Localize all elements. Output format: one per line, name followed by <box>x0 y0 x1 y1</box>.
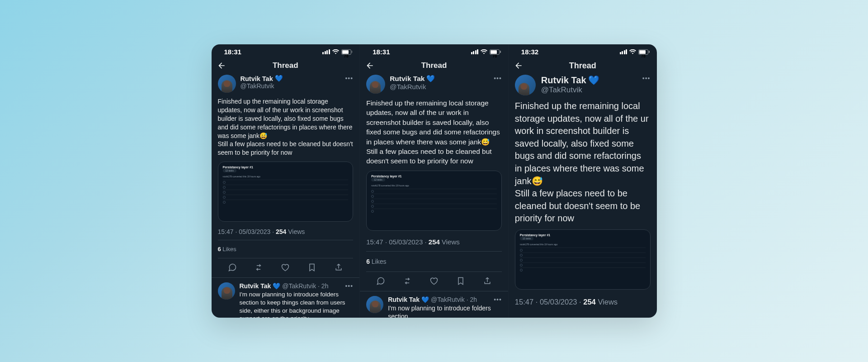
tweet-meta: 15:47 · 05/03/2023 · 254 Views <box>366 238 502 246</box>
battery-icon: 78 <box>638 49 650 55</box>
clock: 18:31 <box>373 48 390 56</box>
tweet-media[interactable]: Persistancy layer #1 12 tasks rutvik178 … <box>218 162 354 222</box>
more-icon[interactable]: ••• <box>494 75 502 82</box>
more-icon[interactable]: ••• <box>345 282 353 290</box>
tweet-meta: 15:47 · 05/03/2023 · 254 Views <box>515 298 651 306</box>
more-icon[interactable]: ••• <box>494 296 502 303</box>
clock: 18:31 <box>224 48 241 56</box>
cellular-icon <box>322 49 330 54</box>
bookmark-icon[interactable] <box>456 276 465 286</box>
like-icon[interactable] <box>281 263 290 272</box>
heart-emoji: 💙 <box>588 75 599 86</box>
share-icon[interactable] <box>334 263 343 272</box>
avatar[interactable] <box>366 296 383 313</box>
battery-icon: 78 <box>341 49 353 55</box>
screenshot-large: 18:32 78 Thread Rutvik Tak 💙 <box>508 44 657 318</box>
status-bar: 18:31 78 <box>212 44 360 57</box>
back-icon[interactable] <box>217 61 226 70</box>
reply-icon[interactable] <box>228 263 237 272</box>
screenshot-small: 18:31 78 Thread Rutvik Tak 💙 <box>212 44 360 318</box>
page-title: Thread <box>212 61 360 70</box>
status-bar: 18:32 78 <box>509 44 657 57</box>
avatar[interactable] <box>218 282 235 300</box>
likes-count[interactable]: 6 Likes <box>218 240 354 258</box>
author-name[interactable]: Rutvik Tak <box>541 75 586 86</box>
like-icon[interactable] <box>429 276 439 286</box>
share-icon[interactable] <box>483 276 492 286</box>
heart-emoji: 💙 <box>421 296 429 303</box>
clock: 18:32 <box>521 48 538 56</box>
screenshot-medium: 18:31 78 Thread Rutvik Tak 💙 <box>359 44 508 318</box>
reply-icon[interactable] <box>376 276 385 286</box>
tweet-meta: 15:47 · 05/03/2023 · 254 Views <box>218 228 354 235</box>
page-title: Thread <box>360 61 508 70</box>
author-name[interactable]: Rutvik Tak <box>241 75 273 82</box>
avatar[interactable] <box>515 75 536 95</box>
battery-icon: 78 <box>490 49 501 55</box>
main-tweet[interactable]: Rutvik Tak 💙 @TakRutvik ••• Finished up … <box>212 75 360 277</box>
screenshot-comparison: 18:31 78 Thread Rutvik Tak 💙 <box>212 44 657 318</box>
avatar[interactable] <box>218 75 236 93</box>
retweet-icon[interactable] <box>403 276 412 286</box>
topbar: Thread <box>509 57 657 75</box>
tweet-media[interactable]: Persistancy layer #1 12 tasks rutvik178 … <box>515 229 651 290</box>
more-icon[interactable]: ••• <box>345 75 353 82</box>
author-name[interactable]: Rutvik Tak <box>390 75 425 83</box>
topbar: Thread <box>360 57 508 75</box>
tweet-text: Finished up the remaining local storage … <box>515 100 651 225</box>
bookmark-icon[interactable] <box>307 263 316 272</box>
status-bar: 18:31 78 <box>360 44 508 57</box>
cellular-icon <box>620 49 627 54</box>
main-tweet[interactable]: Rutvik Tak 💙 @TakRutvik ••• Finished up … <box>360 75 508 291</box>
retweet-icon[interactable] <box>254 263 263 272</box>
reply-text: I'm now planning to introduce folders se… <box>240 291 354 318</box>
reply-text: I'm now planning to introduce folders se… <box>388 304 502 318</box>
avatar[interactable] <box>366 75 385 94</box>
author-handle[interactable]: @TakRutvik <box>241 82 283 90</box>
reply-meta: @TakRutvik · 2h <box>282 282 328 290</box>
author-handle[interactable]: @TakRutvik <box>541 86 599 95</box>
reply-tweet[interactable]: Rutvik Tak 💙 @TakRutvik · 2h ••• I'm now… <box>212 277 360 318</box>
author-name[interactable]: Rutvik Tak <box>388 296 420 303</box>
likes-count[interactable]: 6 Likes <box>366 252 502 272</box>
heart-emoji: 💙 <box>426 75 435 83</box>
tweet-text: Finished up the remaining local storage … <box>218 97 354 157</box>
reply-tweet[interactable]: Rutvik Tak 💙 @TakRutvik · 2h ••• I'm now… <box>360 291 508 318</box>
action-row <box>366 272 502 291</box>
author-handle[interactable]: @TakRutvik <box>390 83 435 90</box>
tweet-text: Finished up the remaining local storage … <box>366 98 502 166</box>
cellular-icon <box>471 49 479 54</box>
wifi-icon <box>629 49 636 54</box>
heart-emoji: 💙 <box>273 282 280 290</box>
action-row <box>218 258 354 277</box>
reply-meta: @TakRutvik · 2h <box>431 296 477 303</box>
page-title: Thread <box>509 61 657 71</box>
topbar: Thread <box>212 57 360 75</box>
wifi-icon <box>332 49 339 54</box>
tweet-media[interactable]: Persistancy layer #1 12 tasks rutvik178 … <box>366 171 502 231</box>
back-icon[interactable] <box>514 61 523 70</box>
more-icon[interactable]: ••• <box>642 75 651 82</box>
author-name[interactable]: Rutvik Tak <box>240 282 271 290</box>
wifi-icon <box>481 49 487 54</box>
back-icon[interactable] <box>365 61 374 70</box>
heart-emoji: 💙 <box>275 75 283 82</box>
main-tweet[interactable]: Rutvik Tak 💙 @TakRutvik ••• Finished up … <box>509 75 657 311</box>
